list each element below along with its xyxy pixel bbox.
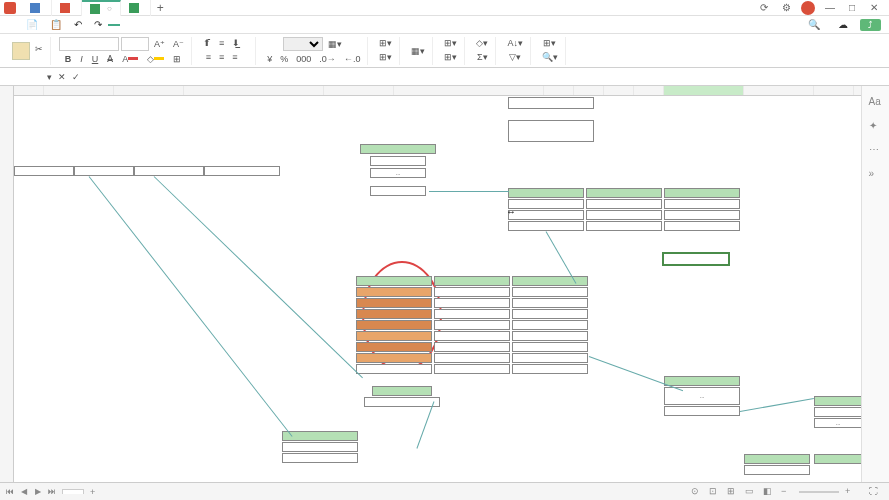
last-sheet-icon[interactable]: ⏭ xyxy=(46,486,58,498)
table-style2-button[interactable]: ⊞▾ xyxy=(441,51,460,63)
underline-button[interactable]: U xyxy=(89,53,102,65)
align-left-icon[interactable]: ≡ xyxy=(203,51,214,63)
number-format-select[interactable] xyxy=(283,37,323,51)
prev-sheet-icon[interactable]: ◀ xyxy=(18,486,30,498)
dec-dec-icon[interactable]: ←.0 xyxy=(341,53,364,65)
col-header[interactable] xyxy=(604,86,634,95)
dec-inc-icon[interactable]: .0→ xyxy=(316,53,339,65)
italic-button[interactable]: I xyxy=(77,53,86,65)
cancel-formula-icon[interactable]: ✕ xyxy=(55,71,69,83)
tab-templates[interactable] xyxy=(22,0,52,16)
table-style-button[interactable]: ⊞▾ xyxy=(441,37,460,49)
inc-font-icon[interactable]: A⁺ xyxy=(151,37,168,51)
filter-button[interactable]: ▽ ▾ xyxy=(506,51,524,63)
close-window-icon[interactable]: ✕ xyxy=(867,1,881,15)
maximize-icon[interactable]: □ xyxy=(845,1,859,15)
col-header[interactable] xyxy=(744,86,814,95)
find-button[interactable]: 🔍 ▾ xyxy=(539,51,561,63)
col-header[interactable] xyxy=(14,86,44,95)
side-style-icon[interactable]: Aa xyxy=(869,96,883,110)
next-sheet-icon[interactable]: ▶ xyxy=(32,486,44,498)
fullscreen-icon[interactable]: ⛶ xyxy=(869,486,881,498)
canvas[interactable]: ... xyxy=(14,96,861,482)
name-dropdown-icon[interactable]: ▾ xyxy=(44,71,55,83)
comma-icon[interactable]: 000 xyxy=(293,53,314,65)
wrap-button[interactable] xyxy=(245,37,251,49)
view-break-icon[interactable]: ◧ xyxy=(763,486,775,498)
col-header[interactable] xyxy=(394,86,544,95)
minimize-icon[interactable]: — xyxy=(823,1,837,15)
font-select[interactable] xyxy=(59,37,119,51)
col-header[interactable] xyxy=(184,86,324,95)
active-cell[interactable] xyxy=(662,252,730,266)
menu-icon1[interactable]: 📄 xyxy=(20,19,44,30)
view-normal-icon[interactable]: ⊞ xyxy=(727,486,739,498)
status-icon[interactable]: ⊡ xyxy=(709,486,721,498)
view-page-icon[interactable]: ▭ xyxy=(745,486,757,498)
align-top-icon[interactable]: ⬆̄ xyxy=(200,37,214,49)
search-icon[interactable]: 🔍 xyxy=(802,19,826,30)
font-size-select[interactable] xyxy=(121,37,149,51)
font-color-button[interactable]: A xyxy=(119,53,141,65)
row-headers[interactable] xyxy=(0,86,14,482)
col-header[interactable] xyxy=(574,86,604,95)
side-close-icon[interactable]: » xyxy=(869,168,883,182)
col-header[interactable] xyxy=(324,86,394,95)
share-button[interactable]: ⤴ xyxy=(860,19,881,31)
bold-button[interactable]: B xyxy=(62,53,75,65)
col-header[interactable] xyxy=(44,86,114,95)
menu-icon4[interactable]: ↷ xyxy=(88,19,108,30)
freeze-button[interactable]: ⊞ ▾ xyxy=(540,37,559,49)
settings-icon[interactable]: ⚙ xyxy=(779,1,793,15)
status-icon[interactable]: ⊙ xyxy=(691,486,703,498)
first-sheet-icon[interactable]: ⏮ xyxy=(4,486,16,498)
sheet-tab[interactable] xyxy=(62,489,84,494)
side-more-icon[interactable]: ⋯ xyxy=(869,144,883,158)
zoom-in-icon[interactable]: + xyxy=(845,486,857,498)
align-right-icon[interactable]: ≡ xyxy=(229,51,240,63)
cond-format-button[interactable]: ▦▾ xyxy=(408,45,428,57)
tab-server-name[interactable] xyxy=(52,0,82,16)
sync-icon[interactable]: ⟳ xyxy=(757,1,771,15)
col-header[interactable] xyxy=(544,86,574,95)
col-header[interactable] xyxy=(814,86,854,95)
tab-ngx-port[interactable]: ○ xyxy=(82,0,121,16)
close-icon[interactable]: ○ xyxy=(107,4,112,13)
zoom-out-icon[interactable]: − xyxy=(781,486,793,498)
col-header[interactable] xyxy=(664,86,744,95)
merge-button[interactable] xyxy=(243,51,249,63)
col-header[interactable] xyxy=(634,86,664,95)
paste-button[interactable] xyxy=(12,42,30,60)
align-mid-icon[interactable]: ≡ xyxy=(216,37,227,49)
add-tab-button[interactable]: + xyxy=(151,1,170,15)
currency-icon[interactable]: ¥ xyxy=(264,53,275,65)
zoom-slider[interactable] xyxy=(799,491,839,493)
menu-icon3[interactable]: ↶ xyxy=(68,19,88,30)
strike-button[interactable]: A̶ xyxy=(104,53,116,65)
cell-style-button[interactable]: ▦▾ xyxy=(325,37,345,51)
tab-ngx-ctx[interactable] xyxy=(121,0,151,16)
column-headers[interactable] xyxy=(14,86,861,96)
sort-button[interactable]: A↓ ▾ xyxy=(504,37,526,49)
worksheet-button[interactable]: ⊞ ▾ xyxy=(376,51,395,63)
fill-color-button[interactable]: ◇ xyxy=(144,53,167,65)
fill-button[interactable]: ◇ ▾ xyxy=(473,37,491,49)
formula-input[interactable] xyxy=(91,72,889,82)
border-button[interactable]: ⊞ xyxy=(170,53,184,65)
cloud-icon[interactable]: ☁ xyxy=(832,19,854,30)
align-bot-icon[interactable]: ⬇̲ xyxy=(229,37,243,49)
cut-button[interactable]: ✂ xyxy=(32,43,46,55)
add-sheet-button[interactable]: + xyxy=(84,487,101,497)
format-painter-button[interactable] xyxy=(32,56,46,58)
sum-button[interactable]: Σ ▾ xyxy=(474,51,491,63)
percent-icon[interactable]: % xyxy=(277,53,291,65)
col-header[interactable] xyxy=(114,86,184,95)
align-center-icon[interactable]: ≡ xyxy=(216,51,227,63)
menu-start[interactable] xyxy=(108,24,120,26)
confirm-formula-icon[interactable]: ✓ xyxy=(69,71,83,83)
menu-icon2[interactable]: 📋 xyxy=(44,19,68,30)
dec-font-icon[interactable]: A⁻ xyxy=(170,37,187,51)
side-assist-icon[interactable]: ✦ xyxy=(869,120,883,134)
avatar[interactable] xyxy=(801,1,815,15)
row-col-button[interactable]: ⊞ ▾ xyxy=(376,37,395,49)
